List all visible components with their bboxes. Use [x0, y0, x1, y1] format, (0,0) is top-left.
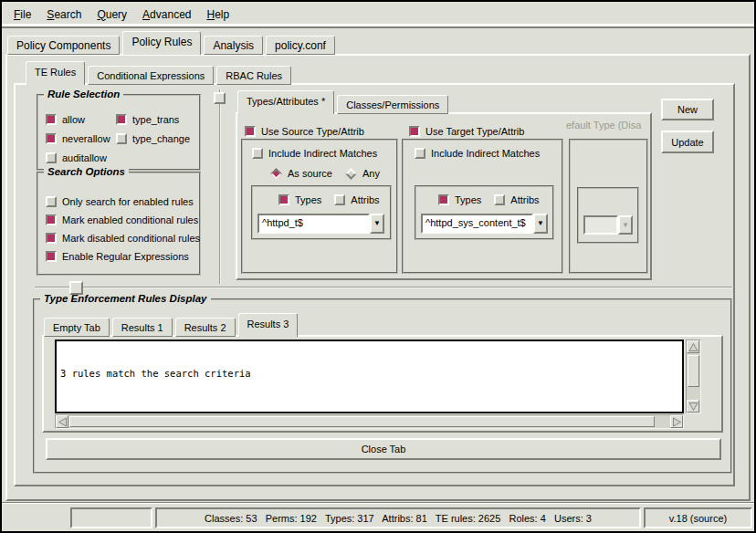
source-radio-row: As source Any [270, 167, 380, 180]
allow-label: allow [62, 114, 85, 125]
default-combo-arrow-icon: ▼ [618, 215, 633, 235]
tab-results-3[interactable]: Results 3 [238, 313, 299, 337]
update-button[interactable]: Update [661, 131, 714, 153]
target-attribs-label: Attribs [510, 194, 539, 205]
checkbox-row-auditallow[interactable]: auditallow [46, 152, 107, 164]
tab-rbac-rules[interactable]: RBAC Rules [216, 66, 291, 85]
ta-tab-bar: Types/Attributes * Classes/Permissions [237, 90, 451, 114]
target-types-checkbox[interactable] [438, 194, 449, 205]
results-vscrollbar[interactable] [686, 340, 701, 413]
target-indirect-checkbox[interactable] [415, 148, 425, 159]
menu-help[interactable]: Help [202, 6, 234, 23]
mark-enabled-label: Mark enabled conditional rules [62, 214, 198, 225]
menu-search[interactable]: Search [42, 6, 86, 23]
auditallow-checkbox[interactable] [46, 152, 57, 163]
results-tab-bar: Empty Tab Results 1 Results 2 Results 3 [44, 312, 300, 337]
source-types-row[interactable]: Types [278, 194, 321, 205]
results-text-area[interactable]: 3 rules match the search criteria (5822)… [55, 340, 684, 413]
regex-checkbox[interactable] [46, 251, 57, 262]
horizontal-sash-handle[interactable] [69, 281, 83, 295]
target-indirect-label: Include Indirect Matches [431, 148, 540, 159]
menu-advanced[interactable]: Advanced [138, 6, 195, 23]
vertical-sash-handle[interactable] [214, 92, 226, 104]
target-types-row[interactable]: Types [438, 194, 481, 205]
checkbox-row-allow[interactable]: allow [46, 113, 85, 126]
checkbox-row-neverallow[interactable]: neverallow [46, 132, 110, 145]
as-source-radio-row[interactable]: As source [270, 168, 332, 179]
source-type-combobox[interactable]: ^httpd_t$ ▼ [257, 214, 384, 234]
vertical-sash[interactable] [219, 89, 221, 284]
scroll-down-button[interactable] [687, 400, 699, 413]
horizontal-sash[interactable] [35, 287, 732, 288]
type-trans-checkbox[interactable] [116, 114, 127, 125]
source-attribs-label: Attribs [351, 194, 379, 205]
te-display-title: Type Enforcement Rules Display [40, 293, 211, 304]
target-types-label: Types [455, 194, 481, 205]
target-type-combobox[interactable]: ^httpd_sys_content_t$ ▼ [421, 214, 548, 234]
menu-file[interactable]: File [9, 6, 36, 23]
left-arrow-icon [58, 417, 68, 427]
checkbox-row-mark-disabled[interactable]: Mark disabled conditional rules [46, 232, 200, 245]
checkbox-row-type-change[interactable]: type_change [116, 132, 190, 145]
tab-empty[interactable]: Empty Tab [44, 318, 110, 337]
tab-policy-components[interactable]: Policy Components [7, 36, 120, 55]
close-tab-button[interactable]: Close Tab [46, 438, 721, 460]
down-arrow-icon [688, 402, 698, 412]
rule-selection-group: Rule Selection allow neverallow auditall… [37, 94, 201, 171]
neverallow-label: neverallow [62, 133, 110, 144]
tab-conditional-expressions[interactable]: Conditional Expressions [88, 66, 214, 85]
target-combo-arrow-icon[interactable]: ▼ [533, 214, 548, 234]
results-hscrollbar[interactable] [55, 414, 684, 429]
target-type-entry[interactable]: ^httpd_sys_content_t$ [421, 214, 533, 234]
status-separator [2, 502, 754, 504]
new-button[interactable]: New [661, 99, 714, 120]
tab-types-attributes[interactable]: Types/Attributes * [237, 90, 334, 114]
rule-selection-title: Rule Selection [44, 89, 123, 99]
scroll-up-button[interactable] [687, 340, 699, 353]
any-radio[interactable] [345, 168, 357, 180]
target-indirect-row[interactable]: Include Indirect Matches [415, 147, 540, 160]
tab-results-1[interactable]: Results 1 [112, 318, 173, 337]
source-types-box: Types Attribs ^httpd_t$ ▼ [251, 185, 392, 240]
mark-enabled-checkbox[interactable] [46, 214, 57, 225]
checkbox-row-enabled-only[interactable]: Only search for enabled rules [46, 195, 194, 208]
enabled-only-label: Only search for enabled rules [62, 196, 194, 207]
neverallow-checkbox[interactable] [46, 133, 57, 144]
source-types-checkbox[interactable] [278, 194, 289, 205]
tab-policy-conf[interactable]: policy.conf [266, 36, 335, 55]
tab-classes-permissions[interactable]: Classes/Permissions [337, 95, 448, 114]
menu-query[interactable]: Query [92, 6, 131, 23]
tab-policy-rules[interactable]: Policy Rules [122, 31, 201, 55]
right-arrow-icon [672, 417, 682, 427]
target-attribs-row[interactable]: Attribs [494, 194, 539, 205]
tab-analysis[interactable]: Analysis [204, 36, 263, 55]
type-change-checkbox[interactable] [116, 133, 127, 144]
mark-disabled-checkbox[interactable] [46, 233, 57, 244]
as-source-radio[interactable] [270, 168, 282, 180]
source-indirect-row[interactable]: Include Indirect Matches [252, 147, 377, 160]
checkbox-row-type-trans[interactable]: type_trans [116, 113, 179, 126]
allow-checkbox[interactable] [46, 114, 57, 125]
hscroll-thumb[interactable] [69, 416, 655, 427]
use-source-checkbox[interactable] [245, 126, 256, 137]
checkbox-row-mark-enabled[interactable]: Mark enabled conditional rules [46, 214, 198, 226]
enabled-only-checkbox[interactable] [46, 196, 57, 207]
auditallow-label: auditallow [62, 152, 107, 163]
use-target-row[interactable]: Use Target Type/Attrib [409, 125, 524, 138]
use-source-row[interactable]: Use Source Type/Attrib [245, 125, 364, 138]
vscroll-thumb[interactable] [688, 355, 699, 387]
checkbox-row-regex[interactable]: Enable Regular Expressions [46, 250, 189, 263]
target-attribs-checkbox[interactable] [494, 194, 505, 205]
scroll-right-button[interactable] [670, 415, 683, 428]
scroll-left-button[interactable] [56, 415, 68, 428]
tab-te-rules[interactable]: TE Rules [26, 61, 85, 85]
source-indirect-checkbox[interactable] [252, 148, 263, 159]
regex-label: Enable Regular Expressions [62, 251, 189, 262]
source-type-entry[interactable]: ^httpd_t$ [257, 214, 370, 234]
any-radio-row[interactable]: Any [345, 168, 380, 179]
source-attribs-checkbox[interactable] [334, 194, 345, 205]
tab-results-2[interactable]: Results 2 [175, 318, 236, 337]
use-target-checkbox[interactable] [409, 126, 420, 137]
source-attribs-row[interactable]: Attribs [334, 194, 379, 205]
source-combo-arrow-icon[interactable]: ▼ [370, 214, 384, 234]
